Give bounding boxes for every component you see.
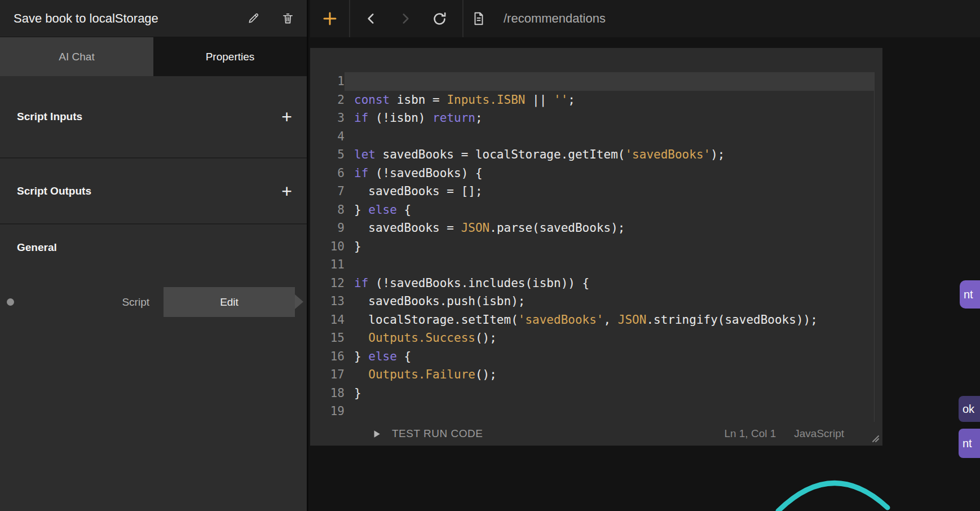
preview-toolbar: /recommendations	[310, 0, 980, 37]
code-line-18[interactable]: 18}	[310, 384, 882, 403]
line-number: 5	[310, 146, 345, 164]
document-icon	[471, 11, 486, 26]
cursor-position: Ln 1, Col 1	[724, 428, 776, 440]
code-text[interactable]	[345, 402, 875, 421]
fragment-text: nt	[964, 288, 973, 301]
plus-icon: +	[281, 181, 292, 201]
code-text[interactable]: Outputs.Failure();	[345, 365, 875, 384]
rename-button[interactable]	[247, 12, 260, 25]
code-text[interactable]	[345, 72, 875, 91]
background-button-fragment[interactable]: ok	[959, 396, 980, 422]
line-number: 16	[310, 347, 345, 366]
chevron-right-icon	[398, 11, 413, 26]
code-line-11[interactable]: 11	[310, 256, 882, 274]
line-number: 11	[310, 256, 345, 274]
tab-ai-chat[interactable]: AI Chat	[0, 37, 153, 76]
line-number: 6	[310, 164, 345, 183]
general-label: General	[0, 224, 307, 254]
code-text[interactable]: localStorage.setItem('savedBooks', JSON.…	[345, 311, 875, 329]
script-outputs-section: Script Outputs +	[0, 158, 307, 224]
refresh-button[interactable]	[425, 0, 453, 37]
script-edit-button[interactable]: Edit	[164, 287, 295, 317]
panel-header: Save book to localStorage	[0, 0, 307, 37]
tab-properties[interactable]: Properties	[153, 37, 307, 76]
node-properties-panel: Save book to localStorage AI Chat Proper…	[0, 0, 308, 511]
code-text[interactable]: savedBooks = JSON.parse(savedBooks);	[345, 219, 875, 237]
test-run-label: TEST RUN CODE	[392, 428, 483, 440]
toolbar-divider	[462, 0, 463, 37]
url-path[interactable]: /recommendations	[504, 0, 606, 37]
code-text[interactable]: } else {	[345, 201, 875, 219]
line-number: 3	[310, 109, 345, 127]
background-button-fragment[interactable]: nt	[959, 429, 980, 458]
script-outputs-label: Script Outputs	[17, 185, 91, 197]
code-line-10[interactable]: 10}	[310, 237, 882, 256]
code-text[interactable]	[345, 127, 875, 146]
code-line-2[interactable]: 2const isbn = Inputs.ISBN || '';	[310, 91, 882, 109]
code-line-15[interactable]: 15 Outputs.Success();	[310, 329, 882, 347]
code-text[interactable]: let savedBooks = localStorage.getItem('s…	[345, 146, 875, 164]
code-line-13[interactable]: 13 savedBooks.push(isbn);	[310, 292, 882, 311]
code-text[interactable]: const isbn = Inputs.ISBN || '';	[345, 91, 875, 109]
code-text[interactable]: }	[345, 237, 875, 256]
code-text[interactable]: if (!savedBooks) {	[345, 164, 875, 183]
pencil-icon	[247, 12, 260, 25]
line-number: 1	[310, 72, 345, 91]
forward-button[interactable]	[391, 0, 420, 37]
line-number: 14	[310, 311, 345, 329]
resize-handle[interactable]	[869, 433, 880, 443]
code-line-9[interactable]: 9 savedBooks = JSON.parse(savedBooks);	[310, 219, 882, 237]
code-text[interactable]: savedBooks.push(isbn);	[345, 292, 875, 311]
code-text[interactable]: Outputs.Success();	[345, 329, 875, 347]
line-number: 8	[310, 201, 345, 219]
code-line-19[interactable]: 19	[310, 402, 882, 421]
play-icon	[371, 429, 382, 439]
line-number: 17	[310, 365, 345, 384]
code-line-14[interactable]: 14 localStorage.setItem('savedBooks', JS…	[310, 311, 882, 329]
add-script-output-button[interactable]: +	[281, 182, 292, 200]
delete-button[interactable]	[281, 12, 294, 25]
back-button[interactable]	[357, 0, 385, 37]
line-number: 10	[310, 237, 345, 256]
code-line-12[interactable]: 12if (!savedBooks.includes(isbn)) {	[310, 274, 882, 293]
code-text[interactable]: }	[345, 384, 875, 403]
code-text[interactable]: } else {	[345, 347, 875, 366]
panel-title: Save book to localStorage	[14, 11, 158, 26]
background-button-fragment[interactable]: nt	[960, 280, 980, 309]
editor-statusbar: TEST RUN CODE Ln 1, Col 1 JavaScript	[310, 422, 882, 446]
code-line-3[interactable]: 3if (!isbn) return;	[310, 109, 882, 127]
code-text[interactable]: savedBooks = [];	[345, 182, 875, 201]
line-number: 15	[310, 329, 345, 347]
fragment-text: nt	[963, 437, 972, 450]
code-text[interactable]	[345, 256, 875, 274]
code-line-16[interactable]: 16} else {	[310, 347, 882, 366]
code-line-17[interactable]: 17 Outputs.Failure();	[310, 365, 882, 384]
code-line-1[interactable]: 1	[310, 72, 882, 91]
preview-area: /recommendations 12const isbn = Inputs.I…	[310, 0, 980, 511]
plus-icon	[321, 10, 338, 27]
test-run-button[interactable]: TEST RUN CODE	[371, 428, 483, 440]
script-property-label: Script	[0, 287, 149, 317]
line-number: 4	[310, 127, 345, 146]
page-button[interactable]	[465, 0, 492, 37]
add-button[interactable]	[313, 0, 347, 37]
line-number: 13	[310, 292, 345, 311]
fragment-text: ok	[963, 403, 974, 416]
script-inputs-section: Script Inputs +	[0, 76, 307, 158]
code-text[interactable]: if (!savedBooks.includes(isbn)) {	[345, 274, 875, 293]
code-area[interactable]: 12const isbn = Inputs.ISBN || '';3if (!i…	[310, 48, 882, 422]
chevron-left-icon	[364, 11, 378, 26]
code-line-4[interactable]: 4	[310, 127, 882, 146]
edit-button-notch	[295, 294, 303, 309]
code-line-8[interactable]: 8} else {	[310, 201, 882, 219]
line-number: 18	[310, 384, 345, 403]
code-line-6[interactable]: 6if (!savedBooks) {	[310, 164, 882, 183]
line-number: 9	[310, 219, 345, 237]
code-text[interactable]: if (!isbn) return;	[345, 109, 875, 127]
code-line-7[interactable]: 7 savedBooks = [];	[310, 182, 882, 201]
add-script-input-button[interactable]: +	[281, 108, 292, 126]
plus-icon: +	[281, 107, 292, 127]
script-inputs-label: Script Inputs	[17, 111, 82, 123]
code-line-5[interactable]: 5let savedBooks = localStorage.getItem('…	[310, 146, 882, 164]
app-window: Save book to localStorage AI Chat Proper…	[0, 0, 980, 511]
